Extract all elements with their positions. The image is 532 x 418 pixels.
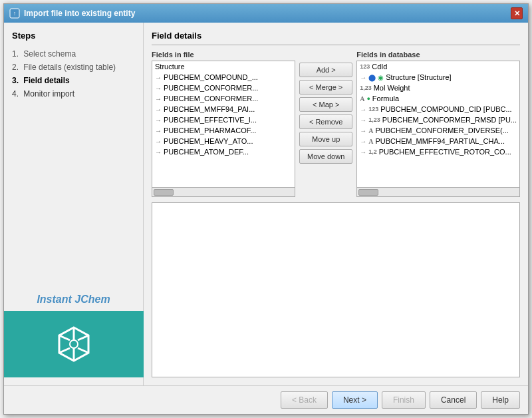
db-field-2[interactable]: 1,23 Mol Weight (357, 83, 519, 93)
dialog-icon: ↑ (9, 8, 20, 19)
sidebar: Steps 1. Select schema 2. File details (… (4, 23, 144, 385)
db-field-8[interactable]: → 1,2 PUBCHEM_EFFECTIVE_ROTOR_CO... (357, 146, 519, 157)
file-field-8[interactable]: → PUBCHEM_ATOM_DEF... (152, 146, 295, 157)
db-fields-scrollbar[interactable] (357, 187, 519, 196)
fields-row: Fields in file Structure → PUBCHEM_COMPO… (152, 51, 520, 197)
fields-in-file-label: Fields in file (152, 51, 295, 59)
map-button[interactable]: < Map > (299, 97, 352, 112)
file-field-5[interactable]: → PUBCHEM_EFFECTIVE_I... (152, 114, 295, 125)
file-field-2[interactable]: → PUBCHEM_CONFORMER... (152, 83, 295, 93)
file-field-7[interactable]: → PUBCHEM_HEAVY_ATO... (152, 136, 295, 146)
finish-button[interactable]: Finish (382, 391, 426, 409)
svg-point-3 (70, 340, 78, 348)
steps-title: Steps (12, 31, 135, 41)
fields-in-database-container[interactable]: 123 CdId → ⬤ ◉ Structure [Structure] 1,2… (356, 61, 520, 197)
step-2: 2. File details (existing table) (12, 61, 135, 74)
dialog: ↑ Import file into existing entity ✕ Ste… (3, 3, 529, 415)
main-title: Field details (152, 31, 520, 45)
bottom-bar: < Back Next > Finish Cancel Help (4, 385, 528, 414)
main-panel: Field details Fields in file Structure → (144, 23, 528, 385)
close-button[interactable]: ✕ (511, 7, 523, 19)
content-area: Steps 1. Select schema 2. File details (… (4, 23, 528, 385)
add-button[interactable]: Add > (299, 63, 352, 77)
db-fields-scroll-thumb[interactable] (358, 189, 378, 196)
file-fields-scroll-thumb[interactable] (154, 189, 174, 196)
file-field-6[interactable]: → PUBCHEM_PHARMACOF... (152, 125, 295, 136)
db-field-1[interactable]: → ⬤ ◉ Structure [Structure] (357, 72, 519, 83)
action-buttons: Add > < Merge > < Map > < Remove Move up… (299, 51, 352, 197)
fields-in-database-list[interactable]: 123 CdId → ⬤ ◉ Structure [Structure] 1,2… (357, 61, 519, 187)
file-field-3[interactable]: → PUBCHEM_CONFORMER... (152, 93, 295, 104)
title-bar-left: ↑ Import file into existing entity (9, 8, 135, 19)
db-field-7[interactable]: → A PUBCHEM_MMFF94_PARTIAL_CHA... (357, 136, 519, 146)
title-bar: ↑ Import file into existing entity ✕ (4, 4, 528, 23)
fields-in-file-panel: Fields in file Structure → PUBCHEM_COMPO… (152, 51, 295, 197)
svg-line-6 (78, 348, 88, 353)
brand-text: Instant JChem (37, 294, 110, 306)
fields-in-file-container[interactable]: Structure → PUBCHEM_COMPOUND_... → PUBCH… (152, 61, 295, 197)
move-down-button[interactable]: Move down (299, 149, 352, 164)
step-4: 4. Monitor import (12, 87, 135, 101)
db-field-0[interactable]: 123 CdId (357, 61, 519, 72)
file-field-1[interactable]: → PUBCHEM_COMPOUND_... (152, 72, 295, 83)
fields-in-file-list[interactable]: Structure → PUBCHEM_COMPOUND_... → PUBCH… (152, 61, 295, 187)
dialog-title: Import file into existing entity (24, 9, 135, 18)
db-field-5[interactable]: → 1,23 PUBCHEM_CONFORMER_RMSD [PU... (357, 114, 519, 125)
description-panel (152, 202, 520, 377)
help-button[interactable]: Help (481, 391, 520, 409)
fields-in-database-panel: Fields in database 123 CdId → ⬤ ◉ S (356, 51, 520, 197)
logo-box (4, 311, 144, 377)
sidebar-logo-area: Instant JChem (12, 294, 135, 377)
file-field-0[interactable]: Structure (152, 61, 295, 72)
svg-line-5 (78, 335, 88, 340)
file-field-4[interactable]: → PUBCHEM_MMFF94_PAI... (152, 104, 295, 114)
step-1: 1. Select schema (12, 47, 135, 61)
next-button[interactable]: Next > (332, 391, 378, 409)
remove-button[interactable]: < Remove (299, 114, 352, 129)
steps-list: 1. Select schema 2. File details (existi… (12, 47, 135, 101)
db-field-6[interactable]: → A PUBCHEM_CONFORMER_DIVERSE(... (357, 125, 519, 136)
logo-icon (54, 324, 94, 364)
db-field-3[interactable]: A ● Formula (357, 93, 519, 104)
svg-text:↑: ↑ (13, 10, 17, 17)
cancel-button[interactable]: Cancel (430, 391, 477, 409)
db-field-4[interactable]: → 123 PUBCHEM_COMPOUND_CID [PUBC... (357, 104, 519, 114)
file-fields-scrollbar[interactable] (152, 187, 295, 196)
svg-line-8 (59, 348, 70, 353)
step-3: 3. Field details (12, 74, 135, 87)
fields-in-database-label: Fields in database (356, 51, 520, 59)
merge-button[interactable]: < Merge > (299, 80, 352, 95)
move-up-button[interactable]: Move up (299, 132, 352, 146)
back-button[interactable]: < Back (281, 391, 328, 409)
svg-line-9 (59, 335, 70, 340)
